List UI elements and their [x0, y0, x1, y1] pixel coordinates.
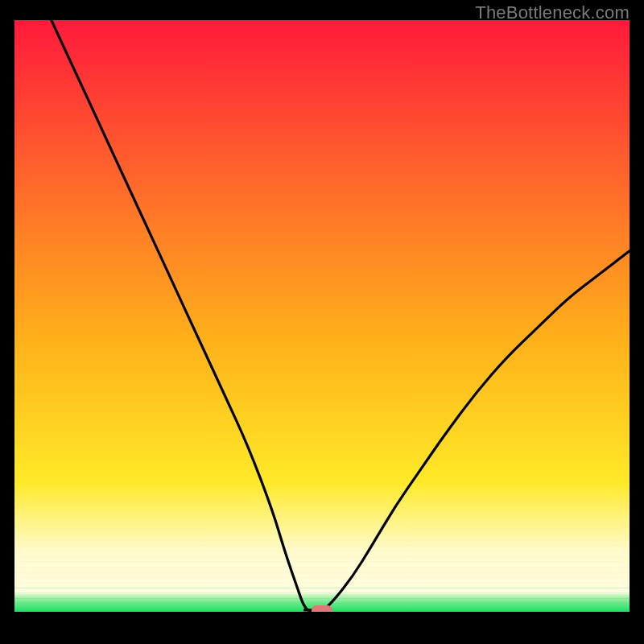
gradient-background — [14, 20, 630, 612]
chart-frame — [14, 20, 630, 630]
bottleneck-chart — [14, 20, 630, 630]
x-axis-strip — [14, 612, 630, 630]
